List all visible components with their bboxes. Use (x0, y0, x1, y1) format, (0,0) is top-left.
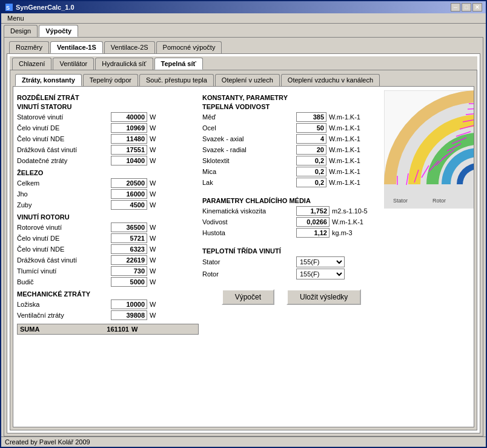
status-text: Created by Pavel Kolář 2009 (5, 438, 90, 446)
thermal-class-rotor: Rotor 130(B) 155(F) 180(H) (202, 269, 380, 279)
cooling-val-0[interactable] (296, 206, 330, 216)
status-bar: Created by Pavel Kolář 2009 (1, 436, 486, 447)
tab-hydraulicka[interactable]: Hydraulická síť (95, 58, 153, 70)
menu-item-menu[interactable]: Menu (4, 13, 28, 23)
thermal-row-1: Ocel W.m-1.K-1 (202, 123, 380, 133)
tab-otepleni-uzly[interactable]: Oteplení v uzlech (215, 74, 280, 86)
rotor-row-1: Čelo vinutí DE W (17, 233, 199, 243)
menu-bar: Menu (1, 13, 486, 24)
suma-value: 161101 (93, 326, 129, 333)
thermal-val-2[interactable] (296, 134, 326, 144)
left-panel: ROZDĚLENÍ ZTRÁT VINUTÍ STATORU Statorové… (17, 90, 199, 423)
tab-tepelny-odpor[interactable]: Tepelný odpor (83, 74, 138, 86)
window-title: SynGenerCalc_1.0 (16, 4, 75, 11)
stator-row-1: Čelo vinutí DE W (17, 123, 199, 133)
tab-chlazeni[interactable]: Chlazení (12, 58, 51, 70)
app-icon: S (5, 3, 13, 12)
iron-value-2[interactable] (111, 200, 147, 210)
cooling-val-1[interactable] (296, 217, 330, 227)
rotor-row-0: Rotorové vinutí W (17, 222, 199, 232)
save-button[interactable]: Uložit výsledky (287, 289, 361, 305)
tab-ztracy[interactable]: Ztráty, konstanty (15, 74, 82, 86)
mech-row-0: Ložiska W (17, 299, 199, 309)
tab-tepelna[interactable]: Tepelná síť (154, 58, 203, 70)
constants-title: KONSTANTY, PARAMETRY (202, 94, 380, 101)
winding-rotor-title: VINUTÍ ROTORU (17, 213, 199, 221)
tab-otepleni-vzduch[interactable]: Oteplení vzduchu v kanálech (281, 74, 380, 86)
tabs-level3: Chlazení Ventilátor Hydraulická síť Tepe… (10, 56, 477, 70)
rotor-row-4: Tlumící vinutí W (17, 266, 199, 276)
maximize-button[interactable]: □ (462, 3, 471, 12)
rotor-class-select[interactable]: 130(B) 155(F) 180(H) (296, 269, 345, 279)
iron-row-0: Celkem W (17, 178, 199, 188)
cross-section-viz: Stator Rotor Stator Rotor (384, 90, 474, 209)
thermal-val-4[interactable] (296, 156, 326, 165)
cooling-val-2[interactable] (296, 228, 330, 238)
thermal-val-0[interactable] (296, 112, 326, 122)
thermal-val-3[interactable] (296, 145, 326, 155)
thermal-row-0: Měď W.m-1.K-1 (202, 112, 380, 122)
thermal-row-2: Svazek - axial W.m-1.K-1 (202, 134, 380, 144)
winding-stator-title: VINUTÍ STATORU (17, 103, 199, 110)
mech-title: MECHANICKÉ ZTRÁTY (17, 290, 199, 298)
tab-ventilace1s[interactable]: Ventilace-1S (50, 41, 103, 53)
iron-row-1: Jho W (17, 189, 199, 199)
stator-value-0[interactable] (111, 112, 147, 122)
thermal-val-5[interactable] (296, 167, 326, 176)
cooling-title: PARAMETRY CHLADÍCÍHO MÉDIA (202, 197, 380, 204)
stator-value-4[interactable] (111, 156, 147, 165)
suma-unit: W (131, 326, 137, 333)
minimize-button[interactable]: ─ (451, 3, 460, 12)
svg-text:Rotor: Rotor (432, 198, 446, 204)
svg-text:Stator: Stator (393, 198, 408, 204)
rotor-row-5: Budič W (17, 277, 199, 287)
rotor-value-3[interactable] (111, 255, 147, 265)
right-panel: KONSTANTY, PARAMETRY TEPELNÁ VODIVOST Mě… (202, 90, 474, 423)
iron-value-0[interactable] (111, 178, 147, 188)
stator-row-0: Statorové vinutí W (17, 112, 199, 122)
stator-value-1[interactable] (111, 123, 147, 133)
suma-row: SUMA 161101 W (17, 324, 199, 335)
tab-vypocty[interactable]: Výpočty (39, 25, 78, 37)
losses-title: ROZDĚLENÍ ZTRÁT (17, 94, 199, 101)
thermal-cond-title: TEPELNÁ VODIVOST (202, 103, 380, 110)
svg-text:S: S (6, 5, 10, 11)
thermal-row-6: Lak W.m-1.K-1 (202, 178, 380, 187)
rotor-value-4[interactable] (111, 266, 147, 276)
iron-title: ŽELEZO (17, 169, 199, 176)
tabs-level4: Ztráty, konstanty Tepelný odpor Souč. př… (13, 73, 474, 86)
mech-value-0[interactable] (111, 299, 147, 309)
tab-ventilator[interactable]: Ventilátor (53, 58, 94, 70)
thermal-row-3: Svazek - radial W.m-1.K-1 (202, 145, 380, 155)
thermal-row-4: Sklotextit W.m-1.K-1 (202, 156, 380, 165)
thermal-row-5: Mica W.m-1.K-1 (202, 167, 380, 176)
cooling-row-2: Hustota kg.m-3 (202, 228, 380, 238)
rotor-value-1[interactable] (111, 233, 147, 243)
title-bar: S SynGenerCalc_1.0 ─ □ ✕ (1, 1, 486, 13)
tab-ventilace2s[interactable]: Ventilace-2S (104, 41, 155, 53)
stator-class-select[interactable]: 130(B) 155(F) 180(H) (296, 256, 345, 267)
cooling-row-1: Vodivost W.m-1.K-1 (202, 217, 380, 227)
mech-value-1[interactable] (111, 310, 147, 320)
thermal-val-1[interactable] (296, 123, 326, 133)
tab-design[interactable]: Design (4, 25, 38, 37)
stator-value-3[interactable] (111, 145, 147, 155)
calculate-button[interactable]: Výpočet (222, 289, 274, 305)
rotor-value-2[interactable] (111, 244, 147, 254)
stator-value-2[interactable] (111, 134, 147, 144)
stator-row-4: Dodatečné ztráty W (17, 156, 199, 165)
iron-value-1[interactable] (111, 189, 147, 199)
rotor-row-2: Čelo vinutí NDE W (17, 244, 199, 254)
thermal-val-6[interactable] (296, 178, 326, 187)
rotor-value-5[interactable] (111, 277, 147, 287)
tab-souc[interactable]: Souč. přestupu tepla (139, 74, 214, 86)
suma-label: SUMA (20, 326, 93, 333)
stator-row-2: Čelo vinutí NDE W (17, 134, 199, 144)
tab-pomocne[interactable]: Pomocné výpočty (156, 41, 222, 53)
tab-rozmery[interactable]: Rozměry (9, 41, 49, 53)
thermal-class-title: TEPLOTNÍ TŘÍDA VINUTÍ (202, 247, 380, 255)
thermal-class-stator: Stator 130(B) 155(F) 180(H) (202, 256, 380, 267)
close-button[interactable]: ✕ (472, 3, 482, 12)
stator-row-3: Drážková část vinutí W (17, 145, 199, 155)
rotor-value-0[interactable] (111, 222, 147, 232)
